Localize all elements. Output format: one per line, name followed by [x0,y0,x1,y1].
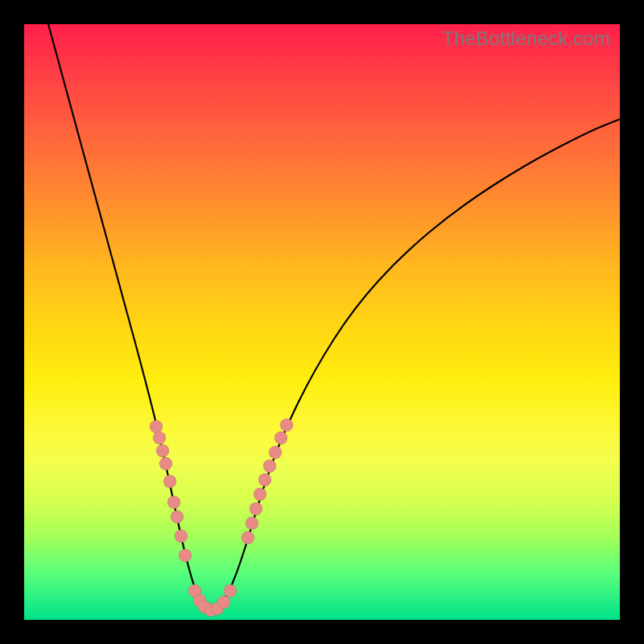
data-dot [224,584,237,597]
data-dot [167,496,180,509]
data-dot [153,431,166,444]
data-dot [159,457,172,470]
data-dot [254,488,266,501]
data-dot [258,473,271,486]
data-dot [150,420,163,433]
data-dot [242,531,254,544]
data-dot [246,517,258,530]
data-dot [263,460,276,473]
data-dot [275,431,287,444]
plot-area: TheBottleneck.com [24,24,620,620]
data-dot [171,510,184,523]
bottleneck-curve [48,24,620,608]
data-dots [150,419,293,617]
data-dot [175,530,188,543]
data-dot [179,549,192,562]
chart-frame: TheBottleneck.com [0,0,644,644]
data-dot [280,419,293,431]
data-dot [250,502,262,515]
data-dot [156,444,169,457]
data-dot [269,446,282,459]
data-dot [217,596,230,609]
curve-layer [24,24,620,620]
data-dot [163,475,176,488]
